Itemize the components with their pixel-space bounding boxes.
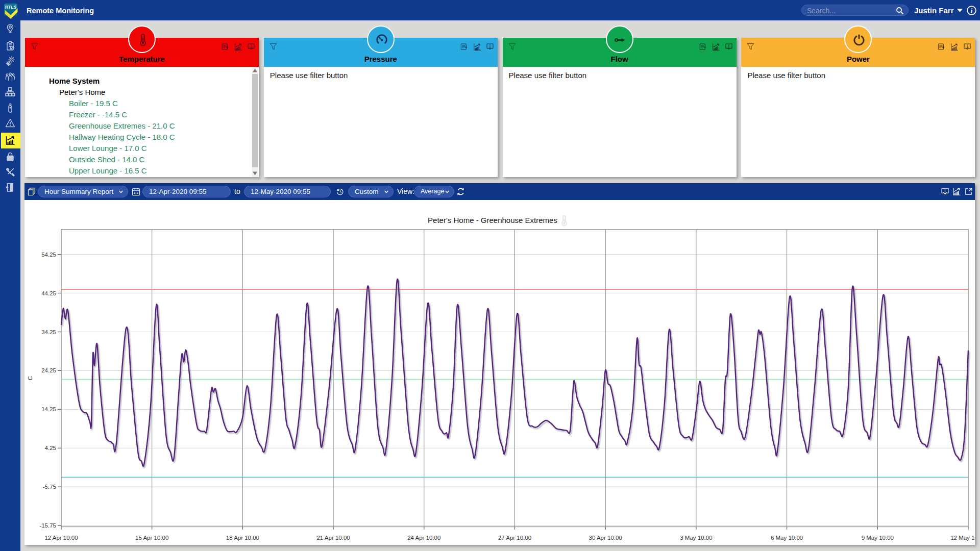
svg-text:-5.75: -5.75 xyxy=(43,484,56,490)
svg-text:Peter's Home - Greenhouse Extr: Peter's Home - Greenhouse Extremes xyxy=(428,216,557,224)
svg-text:RTLS: RTLS xyxy=(5,5,17,10)
svg-text:27 Apr 10:00: 27 Apr 10:00 xyxy=(498,535,531,541)
svg-text:12 May 10:00: 12 May 10:00 xyxy=(950,535,975,541)
svg-text:24.25: 24.25 xyxy=(41,367,56,373)
svg-text:i: i xyxy=(971,7,973,14)
svg-text:6 May 10:00: 6 May 10:00 xyxy=(771,535,803,541)
svg-text:-15.75: -15.75 xyxy=(39,522,56,529)
svg-text:34.25: 34.25 xyxy=(41,329,56,335)
svg-text:44.25: 44.25 xyxy=(41,290,56,296)
svg-text:54.25: 54.25 xyxy=(41,252,56,258)
svg-text:15 Apr 10:00: 15 Apr 10:00 xyxy=(135,535,168,541)
svg-text:12 Apr 10:00: 12 Apr 10:00 xyxy=(44,535,78,541)
svg-text:21 Apr 10:00: 21 Apr 10:00 xyxy=(316,535,350,541)
svg-text:4.25: 4.25 xyxy=(45,445,56,451)
svg-text:18 Apr 10:00: 18 Apr 10:00 xyxy=(226,535,259,541)
svg-text:14.25: 14.25 xyxy=(41,406,56,412)
svg-text:24 Apr 10:00: 24 Apr 10:00 xyxy=(407,535,440,541)
svg-text:C: C xyxy=(27,376,33,380)
svg-text:30 Apr 10:00: 30 Apr 10:00 xyxy=(589,535,622,541)
svg-text:3 May 10:00: 3 May 10:00 xyxy=(680,535,712,541)
svg-text:9 May 10:00: 9 May 10:00 xyxy=(862,535,894,541)
